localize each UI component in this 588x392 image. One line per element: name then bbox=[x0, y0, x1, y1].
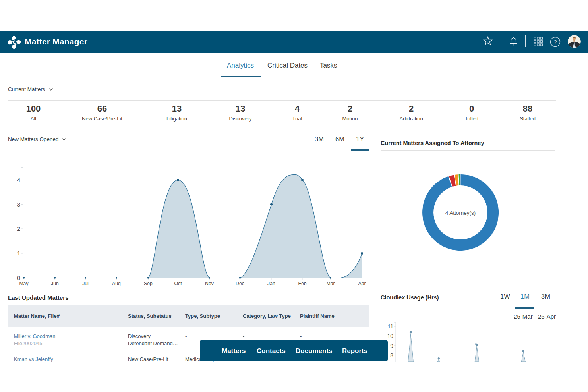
svg-text:0: 0 bbox=[17, 275, 20, 281]
svg-text:May: May bbox=[19, 281, 29, 286]
svg-text:Nov: Nov bbox=[205, 281, 214, 286]
svg-text:Sep: Sep bbox=[144, 281, 153, 286]
svg-text:Apr: Apr bbox=[358, 281, 366, 286]
svg-text:Oct: Oct bbox=[174, 281, 182, 286]
svg-text:Jun: Jun bbox=[51, 281, 59, 286]
svg-text:9: 9 bbox=[390, 343, 393, 349]
svg-text:11: 11 bbox=[388, 324, 393, 330]
svg-text:10: 10 bbox=[387, 333, 394, 339]
svg-text:Dec: Dec bbox=[236, 281, 244, 286]
svg-text:Jul: Jul bbox=[82, 281, 89, 286]
svg-text:1: 1 bbox=[17, 250, 20, 257]
svg-text:Feb: Feb bbox=[298, 281, 306, 286]
svg-text:2: 2 bbox=[17, 226, 20, 232]
svg-text:4 Attorney(s): 4 Attorney(s) bbox=[445, 210, 476, 216]
svg-text:Jan: Jan bbox=[267, 281, 275, 286]
svg-text:Aug: Aug bbox=[112, 281, 121, 286]
svg-text:8: 8 bbox=[390, 353, 393, 359]
svg-text:3: 3 bbox=[17, 201, 20, 208]
svg-text:Mar: Mar bbox=[326, 281, 335, 286]
svg-text:4: 4 bbox=[17, 177, 20, 183]
svg-text:?: ? bbox=[553, 39, 557, 45]
